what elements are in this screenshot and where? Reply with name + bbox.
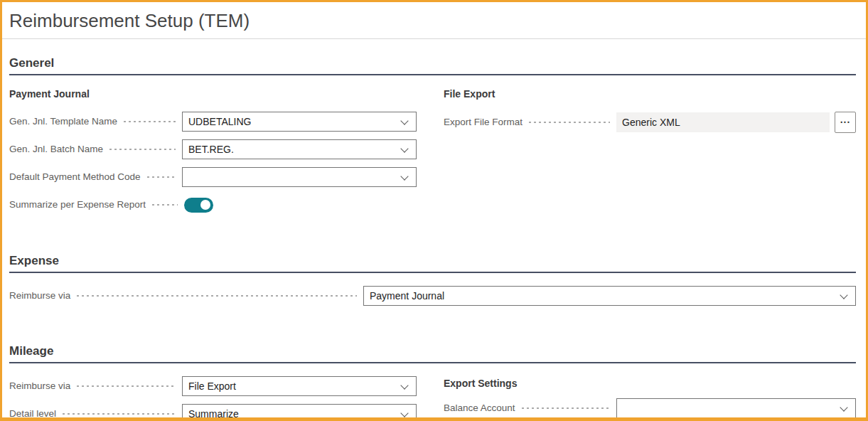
gen-jnl-template-name-value: UDBETALING — [188, 116, 251, 127]
page-frame: Reimbursement Setup (TEM) Generel Paymen… — [0, 0, 868, 421]
chevron-down-icon — [400, 381, 408, 389]
dotted-leader — [61, 412, 176, 415]
group-export-settings-title: Export Settings — [444, 378, 856, 390]
field-row-gen-jnl-template-name: Gen. Jnl. Template Name UDBETALING — [9, 112, 417, 132]
export-file-format-control: Generic XML ... — [616, 112, 856, 133]
balance-account-combobox[interactable] — [616, 398, 856, 418]
dotted-leader — [108, 148, 176, 151]
ellipsis-icon: ... — [840, 114, 851, 125]
section-mileage-title: Mileage — [9, 344, 856, 363]
field-row-default-payment-method: Default Payment Method Code — [9, 167, 417, 187]
group-file-export-title: File Export — [444, 88, 856, 100]
chevron-down-icon — [840, 291, 847, 299]
chevron-down-icon — [400, 172, 408, 180]
section-expense-title: Expense — [9, 254, 856, 273]
dotted-leader — [520, 407, 610, 410]
chevron-down-icon — [840, 403, 847, 411]
chevron-down-icon — [400, 409, 408, 417]
mileage-right-column: Export Settings Balance Account — [444, 376, 856, 421]
general-left-column: Payment Journal Gen. Jnl. Template Name … — [9, 75, 417, 223]
detail-level-combobox[interactable]: Summarize — [182, 404, 417, 421]
field-row-detail-level: Detail level Summarize — [9, 404, 417, 421]
gen-jnl-batch-name-label: Gen. Jnl. Batch Name — [9, 144, 108, 155]
expense-reimburse-via-value: Payment Journal — [370, 290, 444, 302]
dotted-leader — [122, 120, 176, 123]
section-mileage: Mileage Reimburse via File Export Detail… — [9, 344, 856, 421]
expense-reimburse-via-combobox[interactable]: Payment Journal — [363, 286, 856, 306]
detail-level-label: Detail level — [9, 408, 61, 420]
mileage-reimburse-via-combobox[interactable]: File Export — [182, 376, 417, 396]
summarize-per-expense-report-label: Summarize per Expense Report — [9, 199, 151, 210]
detail-level-value: Summarize — [188, 408, 239, 420]
dotted-leader — [75, 385, 176, 388]
dotted-leader — [527, 121, 610, 124]
mileage-left-column: Reimburse via File Export Detail level S… — [9, 376, 417, 421]
section-general-title: Generel — [9, 56, 856, 75]
dotted-leader — [151, 203, 178, 206]
general-right-column: File Export Export File Format Generic X… — [444, 75, 856, 223]
export-file-format-field[interactable]: Generic XML — [616, 112, 830, 132]
mileage-reimburse-via-label: Reimburse via — [9, 380, 75, 392]
export-file-format-value: Generic XML — [622, 117, 680, 128]
gen-jnl-template-name-label: Gen. Jnl. Template Name — [9, 116, 122, 127]
field-row-export-file-format: Export File Format Generic XML ... — [444, 112, 856, 133]
default-payment-method-combobox[interactable] — [182, 167, 417, 187]
gen-jnl-template-name-combobox[interactable]: UDBETALING — [182, 112, 417, 132]
default-payment-method-label: Default Payment Method Code — [9, 171, 146, 183]
balance-account-label: Balance Account — [444, 403, 520, 414]
section-expense: Expense Reimburse via Payment Journal — [9, 254, 856, 306]
field-row-balance-account: Balance Account — [444, 398, 856, 418]
title-divider — [2, 38, 866, 39]
export-file-format-label: Export File Format — [444, 117, 527, 128]
assist-edit-button[interactable]: ... — [835, 112, 856, 133]
field-row-gen-jnl-batch-name: Gen. Jnl. Batch Name BET.REG. — [9, 139, 417, 159]
section-general: Generel Payment Journal Gen. Jnl. Templa… — [9, 56, 856, 223]
field-row-summarize-per-expense-report: Summarize per Expense Report — [9, 195, 417, 215]
mileage-reimburse-via-value: File Export — [188, 380, 236, 392]
chevron-down-icon — [400, 117, 408, 124]
dotted-leader — [75, 294, 357, 297]
field-row-mileage-reimburse-via: Reimburse via File Export — [9, 376, 417, 396]
gen-jnl-batch-name-value: BET.REG. — [188, 144, 234, 155]
page-title: Reimbursement Setup (TEM) — [9, 2, 856, 38]
group-payment-journal-title: Payment Journal — [9, 88, 417, 100]
toggle-knob-icon — [200, 200, 210, 210]
field-row-expense-reimburse-via: Reimburse via Payment Journal — [9, 286, 856, 306]
summarize-per-expense-report-toggle[interactable] — [184, 198, 213, 213]
dotted-leader — [146, 176, 176, 178]
gen-jnl-batch-name-combobox[interactable]: BET.REG. — [182, 139, 417, 159]
expense-reimburse-via-label: Reimburse via — [9, 290, 75, 302]
chevron-down-icon — [400, 144, 408, 152]
